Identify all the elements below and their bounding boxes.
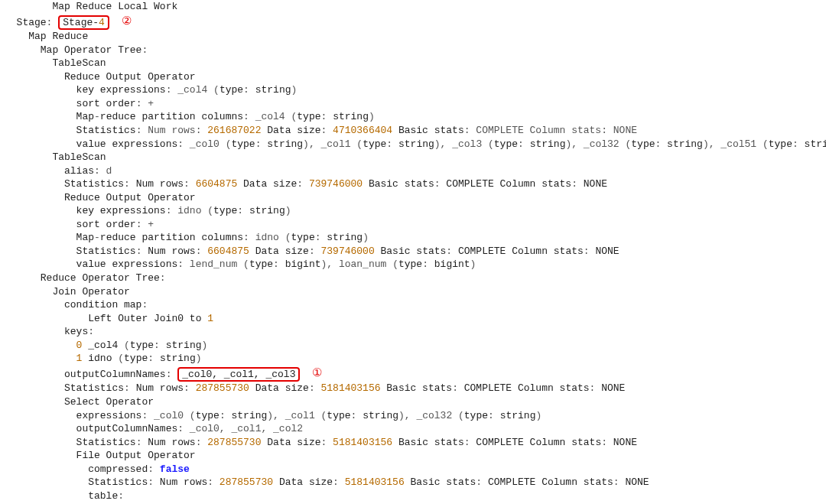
- text-line: expressions: _col0 (type: string), _col1…: [5, 409, 826, 423]
- text-line: compressed: false: [5, 463, 826, 476]
- text-line: Join Operator: [5, 285, 826, 299]
- label: outputColumnNames: [64, 369, 166, 380]
- text-line: alias: d: [5, 164, 826, 178]
- stage-label: Stage: [17, 17, 47, 28]
- text-line: Statistics: Num rows: 6604875 Data size:…: [5, 177, 826, 191]
- annotation-label-2: ②: [122, 13, 132, 28]
- text-line: Map Operator Tree:: [5, 44, 826, 57]
- text-line: Statistics: Num rows: 261687022 Data siz…: [5, 124, 826, 138]
- highlight-num: 4: [99, 17, 105, 28]
- highlight-output-columns: _col0, _col1, _col3: [177, 367, 300, 382]
- text-line: 1 idno (type: string): [5, 352, 826, 366]
- output-cols-line: outputColumnNames: _col0, _col1, _col3 ①: [5, 366, 826, 382]
- text-line: Map-reduce partition columns: idno (type…: [5, 231, 826, 245]
- highlight-text: Stage-: [63, 17, 99, 28]
- text-line: sort order: +: [5, 97, 826, 111]
- text-line: Statistics: Num rows: 287855730 Data siz…: [5, 476, 826, 489]
- text-line: File Output Operator: [5, 449, 826, 463]
- colon: :: [47, 17, 53, 28]
- text-line: key expressions: idno (type: string): [5, 204, 826, 218]
- text-line: TableScan: [5, 57, 826, 70]
- query-plan-output: Map Reduce Local Work Stage: Stage-4 ② M…: [0, 0, 826, 504]
- text-line: Statistics: Num rows: 287855730 Data siz…: [5, 436, 826, 450]
- text-line: Map Reduce: [5, 30, 826, 44]
- text-line: TableScan: [5, 151, 826, 164]
- text-line: keys:: [5, 325, 826, 339]
- text-line: value expressions: lend_num (type: bigin…: [5, 258, 826, 272]
- annotation-label-1: ①: [312, 365, 322, 380]
- text-line: Reduce Output Operator: [5, 70, 826, 84]
- text-line: Statistics: Num rows: 287855730 Data siz…: [5, 382, 826, 395]
- text-line: Left Outer Join0 to 1: [5, 312, 826, 326]
- text-line: table:: [5, 489, 826, 503]
- highlight-stage-4: Stage-4: [58, 15, 109, 31]
- text-line: Map Reduce Local Work: [5, 0, 826, 14]
- text-line: sort order: +: [5, 218, 826, 232]
- text-line: outputColumnNames: _col0, _col1, _col2: [5, 422, 826, 436]
- text-line: 0 _col4 (type: string): [5, 339, 826, 353]
- text-line: value expressions: _col0 (type: string),…: [5, 138, 826, 151]
- text-line: Map-reduce partition columns: _col4 (typ…: [5, 110, 826, 124]
- text-line: key expressions: _col4 (type: string): [5, 83, 826, 97]
- text-line: Statistics: Num rows: 6604875 Data size:…: [5, 245, 826, 259]
- text-line: condition map:: [5, 298, 826, 312]
- stage-line: Stage: Stage-4 ②: [5, 14, 826, 31]
- colon: :: [166, 369, 172, 380]
- text-line: Reduce Output Operator: [5, 191, 826, 205]
- text-line: Reduce Operator Tree:: [5, 272, 826, 285]
- text-line: Select Operator: [5, 395, 826, 409]
